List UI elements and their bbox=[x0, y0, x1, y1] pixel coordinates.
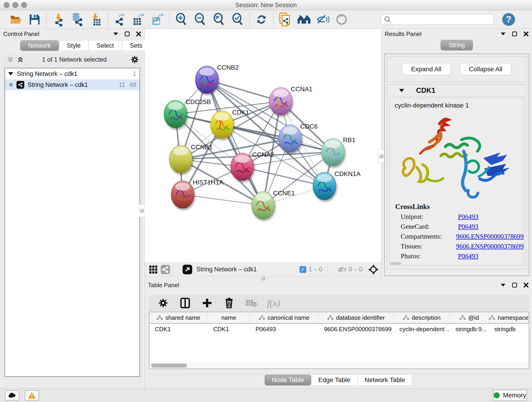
table-horizontal-scrollbar[interactable] bbox=[150, 363, 528, 368]
table-cell[interactable]: CDK1 bbox=[149, 324, 208, 335]
minimize-window-button[interactable] bbox=[12, 2, 18, 8]
column-header-database-identifier[interactable]: database identifier bbox=[318, 312, 394, 323]
table-row[interactable]: CDK1CDK1P064939606.ENSP00000378699cyclin… bbox=[149, 324, 529, 335]
cloud-status-button[interactable] bbox=[5, 390, 19, 400]
zoom-in-button[interactable] bbox=[172, 12, 191, 27]
network-edge[interactable] bbox=[207, 80, 263, 205]
collection-expander-icon[interactable] bbox=[8, 72, 13, 75]
column-header-namespace[interactable]: namespace bbox=[489, 312, 529, 323]
crosslink-label: GeneCard: bbox=[401, 223, 458, 230]
tab-edge-table[interactable]: Edge Table bbox=[311, 375, 357, 385]
export-network-button[interactable] bbox=[110, 12, 129, 27]
hide-glass-pane-button[interactable] bbox=[313, 12, 332, 27]
close-panel-icon[interactable] bbox=[136, 31, 141, 37]
warning-status-button[interactable] bbox=[25, 390, 39, 400]
undock-panel-icon[interactable] bbox=[124, 31, 130, 37]
crosslink-link[interactable]: P06493 bbox=[458, 252, 478, 260]
column-header-shared-name[interactable]: shared name bbox=[149, 312, 208, 323]
delete-column-trash-icon[interactable] bbox=[223, 297, 235, 309]
zoom-out-button[interactable] bbox=[191, 12, 209, 27]
create-column-plus-icon[interactable] bbox=[201, 297, 213, 309]
crosslink-link[interactable]: 9606.ENSP00000378699 bbox=[456, 242, 524, 250]
zoom-selected-button[interactable] bbox=[228, 12, 247, 27]
selected-nodes-checkbox[interactable]: ✓ bbox=[299, 266, 306, 273]
undock-panel-icon[interactable] bbox=[512, 31, 517, 37]
column-header-canonical-name[interactable]: canonical name bbox=[250, 312, 318, 323]
close-panel-icon[interactable] bbox=[523, 31, 529, 37]
search-input[interactable] bbox=[394, 15, 491, 24]
close-panel-icon[interactable] bbox=[523, 282, 529, 288]
network-node-cdc6[interactable]: CDC6 bbox=[279, 123, 317, 153]
tab-style[interactable]: Style bbox=[59, 40, 89, 51]
table-cell[interactable]: CDK1 bbox=[208, 324, 250, 335]
string-home-button[interactable] bbox=[295, 12, 313, 27]
export-image-button[interactable] bbox=[148, 12, 167, 27]
tab-network[interactable]: Network bbox=[20, 40, 59, 51]
float-panel-icon[interactable] bbox=[113, 32, 119, 36]
crosslink-label: Pharos: bbox=[401, 252, 458, 260]
save-session-button[interactable] bbox=[25, 12, 44, 27]
export-table-button[interactable] bbox=[129, 12, 148, 27]
float-panel-icon[interactable] bbox=[500, 32, 506, 36]
results-scrollbar-thumb[interactable] bbox=[390, 262, 401, 265]
table-cell[interactable]: cyclin-dependent ... bbox=[394, 324, 450, 335]
crosslink-link[interactable]: 9606.ENSP00000378699 bbox=[456, 233, 524, 240]
undock-panel-icon[interactable] bbox=[512, 282, 517, 288]
crosslink-link[interactable]: P06493 bbox=[458, 223, 478, 230]
collapse-all-networks-icon[interactable] bbox=[7, 56, 14, 63]
network-node-rb1[interactable]: RB1 bbox=[322, 136, 355, 166]
network-row[interactable]: String Network – cdk1 11 48 bbox=[5, 79, 139, 90]
table-cell[interactable]: stringdb bbox=[489, 324, 529, 335]
network-collection-row[interactable]: String Network – cdk1 1 bbox=[5, 68, 139, 79]
network-edge[interactable] bbox=[183, 195, 263, 205]
column-header-id[interactable]: @id bbox=[450, 312, 489, 323]
fit-content-crosshair-icon[interactable] bbox=[368, 264, 379, 274]
show-columns-icon[interactable] bbox=[179, 297, 191, 309]
table-cell[interactable]: P06493 bbox=[250, 324, 318, 335]
expand-all-button[interactable]: Expand All bbox=[402, 63, 450, 75]
table-cell[interactable]: 9606.ENSP00000378699 bbox=[318, 324, 394, 335]
open-in-window-icon[interactable] bbox=[183, 265, 192, 274]
network-node-cdk1[interactable]: CDK1 bbox=[210, 109, 249, 138]
network-node-hist1h1a[interactable]: HIST1H1A bbox=[171, 179, 223, 208]
horizontal-splitter[interactable] bbox=[145, 276, 381, 280]
section-expander-icon[interactable] bbox=[399, 89, 404, 92]
import-network-database-button[interactable] bbox=[68, 12, 87, 27]
expand-all-networks-icon[interactable] bbox=[17, 56, 24, 63]
close-window-button[interactable] bbox=[4, 2, 10, 8]
tab-string[interactable]: String bbox=[441, 40, 473, 51]
network-canvas[interactable]: CCNB2CCNA1CDC25BCDK1CDC6RB1CCNB1CCNA2CDK… bbox=[145, 29, 381, 262]
node-section-header[interactable]: CDK1 bbox=[387, 85, 526, 96]
zoom-window-button[interactable] bbox=[21, 2, 27, 8]
table-cell[interactable]: stringdb:9... bbox=[450, 324, 489, 335]
column-header-description[interactable]: description bbox=[394, 312, 450, 323]
memory-button[interactable]: Memory bbox=[493, 390, 527, 401]
help-button[interactable]: ? bbox=[502, 13, 515, 26]
hidden-eye-icon[interactable] bbox=[337, 266, 346, 273]
left-splitter-handle[interactable] bbox=[139, 204, 145, 217]
zoom-fit-button[interactable] bbox=[209, 12, 228, 27]
table-scrollbar-thumb[interactable] bbox=[151, 364, 187, 368]
tab-network-table[interactable]: Network Table bbox=[357, 375, 412, 385]
column-header-name[interactable]: name bbox=[208, 312, 250, 323]
search-box[interactable] bbox=[381, 14, 494, 25]
string-import-button[interactable] bbox=[276, 12, 295, 27]
open-session-button[interactable] bbox=[6, 12, 25, 27]
window-controls[interactable] bbox=[4, 2, 27, 8]
import-table-file-button[interactable] bbox=[87, 12, 105, 27]
network-options-gear-icon[interactable] bbox=[131, 56, 139, 64]
refresh-button[interactable] bbox=[252, 12, 271, 27]
table-settings-gear-icon[interactable] bbox=[157, 297, 169, 309]
float-panel-icon[interactable] bbox=[500, 283, 506, 287]
tab-node-table[interactable]: Node Table bbox=[265, 375, 311, 385]
import-network-file-button[interactable] bbox=[49, 12, 68, 27]
crosslink-link[interactable]: P06493 bbox=[458, 213, 478, 220]
right-splitter-handle[interactable] bbox=[378, 150, 384, 162]
tab-select[interactable]: Select bbox=[89, 40, 122, 51]
birds-eye-view-icon[interactable] bbox=[149, 265, 158, 274]
title-bar: Session: New Session bbox=[0, 0, 532, 10]
collapse-all-button[interactable]: Collapse All bbox=[460, 63, 511, 75]
network-node-cdkn1a[interactable]: CDKN1A bbox=[313, 170, 361, 200]
network-node-ccne1[interactable]: CCNE1 bbox=[252, 190, 295, 219]
show-glass-pane-button[interactable] bbox=[332, 12, 351, 27]
